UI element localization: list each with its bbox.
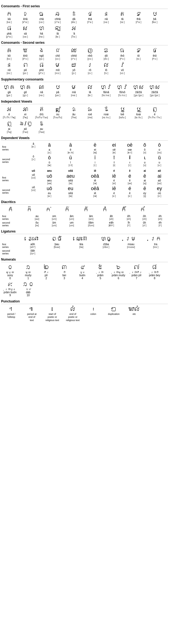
punct-char: ៕ xyxy=(22,306,42,313)
numeral-romanization: prâm bey xyxy=(146,274,163,277)
consonant-cell: ឤ ei [ʔəj] xyxy=(18,106,33,119)
consonant-cell: ដ dâ [ɗɑː] xyxy=(66,11,82,24)
numeral-cell: ៦ ប្រាំមួយ prâm muôy 6 xyxy=(110,264,127,280)
ligature-row: firstseriesaôh[ɑhᵇ]bau[ɓaw]léa[liə]chba[… xyxy=(1,242,168,249)
ipa-transcription: [sɑː] xyxy=(23,35,28,38)
dep-vowel-cell: uô[uɔ] xyxy=(26,173,40,186)
numeral-romanization: prâm xyxy=(92,274,109,277)
ipa-transcription: [tɔː] xyxy=(136,58,141,60)
numeral-digit: 1 xyxy=(19,277,37,280)
consonant-cell: ហ្វ fô/vô [fɔː/vɔː] xyxy=(115,84,130,97)
khmer-char: ហ្គ xyxy=(3,84,15,91)
consonant-cell: ឫ loē [lɑ/luː] xyxy=(115,106,130,119)
latin-romanization: phô xyxy=(39,69,44,72)
ligature-value: bau[ɓaw] xyxy=(45,242,69,249)
numeral-cell: ៧ ប្រាំពីរ prâm pîr 7 xyxy=(128,264,145,280)
column-header: oēâ xyxy=(58,169,83,173)
khmer-char: ហ្វ xyxy=(100,84,112,91)
ipa-transcription: [lɑː] xyxy=(88,94,92,97)
latin-romanization: gâ xyxy=(8,91,11,94)
numeral-digit: 2 xyxy=(37,277,55,280)
latin-romanization: ē xyxy=(154,113,156,116)
khmer-char: ឧ xyxy=(71,106,77,113)
punct-label: duplication xyxy=(104,313,123,316)
khmer-char: ម xyxy=(71,84,77,91)
punct-label: period / fullstop xyxy=(2,313,21,319)
numeral-khmer-name: សូន្យ xyxy=(1,271,19,274)
latin-romanization: thâ xyxy=(88,18,92,21)
dep-vowel-cell: ēei[əj] xyxy=(83,142,107,154)
dep-vowel-cell: uôaeu[aə] xyxy=(40,173,58,186)
consonant-cell: ន nâ [nɑː] xyxy=(98,11,114,24)
diacritic-char: ក៍ xyxy=(77,206,95,213)
consonant-cell: ហ hâ [hɑː] xyxy=(34,25,49,38)
dep-vowel-cell: eyoû[oː] xyxy=(151,185,168,198)
diacritic-char: ក័ xyxy=(133,206,152,213)
consonant-cell: គ kô [kɔː] xyxy=(1,47,17,60)
ipa-transcription: [ʔəj] xyxy=(23,116,28,119)
ipa-transcription: [rɔː] xyxy=(88,72,92,75)
khmer-char: ដ xyxy=(71,11,77,18)
numerals-title: Numerals xyxy=(1,258,168,262)
khmer-char: ល xyxy=(103,62,109,69)
latin-romanization: fâ/vâ xyxy=(103,91,109,94)
dep-vowel-cell: oēâiē[iə] xyxy=(83,173,107,186)
punct-label: colon xyxy=(84,313,103,316)
khmer-char: គ xyxy=(6,47,12,54)
ipa-transcription: [ʔo/ʔu/ ʔao] xyxy=(35,116,48,119)
independent-vowels-section: Independent Vowels ឣ ē [ʔiː/ʔɨː/ ʔəj] ឤ … xyxy=(1,100,168,134)
numeral-romanization: pîr xyxy=(37,274,55,277)
column-header: ē xyxy=(121,169,139,173)
ipa-transcription: [cʰɑː] xyxy=(55,21,61,24)
column-header: iē xyxy=(83,169,107,173)
latin-romanization: aô xyxy=(24,127,27,131)
ipa-transcription: [hɑː] xyxy=(39,35,44,38)
latin-romanization: fô/vô xyxy=(119,91,125,94)
consonants-second-section: Consonants - Second series គ kô [kɔː] ឃ … xyxy=(1,41,168,75)
diacritic-char: ក៎ xyxy=(96,206,114,213)
punctuation-cell: ៕ period at end of text xyxy=(22,306,42,322)
khmer-char: ទ xyxy=(136,47,142,54)
consonant-cell: ថ thâ [tʰɑː] xyxy=(82,11,98,24)
khmer-char: ថ xyxy=(87,11,93,18)
consonants-first-grid: ក kâ [kɑː] ខ khâ [kʰɑː] ច châ [cɑː] ឆ ch… xyxy=(1,10,168,39)
khmer-char: ឱ xyxy=(39,120,44,127)
khmer-char: ឦ xyxy=(55,106,61,113)
latin-romanization: thô xyxy=(120,54,124,58)
dep-vowel-cell: aiaô[ao] xyxy=(151,173,168,186)
khmer-char: ឌ xyxy=(103,47,109,54)
latin-romanization: vô xyxy=(121,69,124,72)
dep-vowel-cell: uôeu[əː] xyxy=(40,185,58,198)
consonants-first-title: Consonants - First series xyxy=(1,4,168,9)
khmer-char: ក xyxy=(6,11,12,18)
row-label: firstseries xyxy=(1,142,26,154)
khmer-char: ហ xyxy=(39,25,44,32)
diacritic-value-cell: îh[iᵇ] xyxy=(121,221,137,227)
dep-vowel-cell: āē[əː/e] xyxy=(58,142,83,154)
consonant-cell: ម mâ [mɑː] xyxy=(66,84,82,97)
consonant-cell: ឃ khô [kʰɔː] xyxy=(18,47,33,60)
consonant-cell: ស sâ [sɑː] xyxy=(18,25,33,38)
numeral-cell: ៨ ប្រាំបី prâm bey 8 xyxy=(146,264,163,280)
khmer-char: ឈ xyxy=(71,47,77,54)
punctuation-cell: លំ end of poetic or religious text xyxy=(63,306,82,322)
numerals-section: Numerals ០ សូន្យ sony 0 ១ មួយ muôy 1 ២ ព… xyxy=(1,258,168,297)
dep-vowel-cell: īi[iː] xyxy=(83,154,107,167)
latin-romanization: roœ xyxy=(104,113,109,116)
khmer-char: ព xyxy=(22,62,28,69)
independent-vowels-grid: ឣ ē [ʔiː/ʔɨː/ ʔəj] ឤ ei [ʔəj] ឥ ô/û [ʔo/… xyxy=(1,105,168,134)
consonant-cell: ប bâ [ɓɑː] xyxy=(147,11,163,24)
khmer-char: ខ xyxy=(22,11,28,18)
consonant-cell: ឥ ô/û [ʔo/ʔu/ ʔao] xyxy=(34,106,49,119)
khmer-char: ឮ xyxy=(6,120,12,127)
dep-vowel-cell: ɩu[u] xyxy=(139,154,151,167)
dep-vowel-cell: âa[aː] xyxy=(40,142,58,154)
diacritic-value-cell: âm[um] xyxy=(63,214,80,221)
column-header: aô xyxy=(151,169,168,173)
dep-vowel-cell: ôo[ou] xyxy=(151,142,168,154)
consonant-cell: ល lâ [lɑː] xyxy=(82,84,98,97)
consonant-cell: ឧ âu [ʔɨw] xyxy=(66,106,82,119)
latin-romanization: lô xyxy=(105,69,107,72)
ipa-transcription: [ɲɔː] xyxy=(87,58,92,60)
latin-romanization: sâ xyxy=(24,32,27,35)
